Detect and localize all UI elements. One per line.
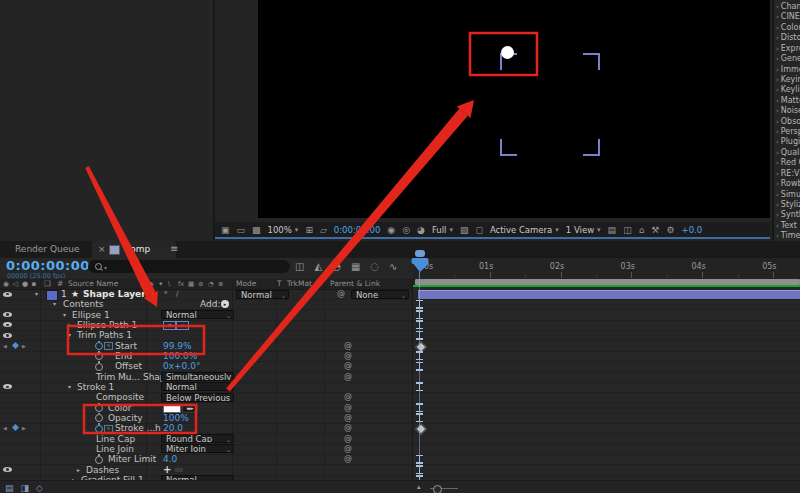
property-label-offset[interactable]: Offset <box>115 361 142 371</box>
property-label-line-join[interactable]: Line Join <box>96 444 134 454</box>
property-label-end[interactable]: End <box>115 351 132 361</box>
current-time-indicator-line[interactable] <box>419 258 420 489</box>
dropdown-line-cap[interactable]: Round Cap⌄ <box>161 434 234 443</box>
effects-category-item[interactable]: ›Keylight <box>776 85 800 94</box>
property-value-opacity[interactable]: 100% <box>163 413 189 423</box>
path-reverse-icon[interactable]: ↔ <box>176 321 189 330</box>
effects-category-item[interactable]: ›Generate <box>776 54 800 63</box>
property-label-dashes[interactable]: Dashes <box>86 465 119 475</box>
property-label-ellipse-path-1[interactable]: Ellipse Path 1 <box>77 320 137 330</box>
zoom-out-mountain-icon[interactable]: ▴ <box>417 483 421 491</box>
property-label-miter-limit[interactable]: Miter Limit <box>108 454 156 464</box>
property-label-opacity[interactable]: Opacity <box>108 413 143 423</box>
visibility-eye-icon[interactable] <box>3 292 12 297</box>
effects-category-item[interactable]: ›Immersive Video <box>776 65 800 74</box>
multi-view-icon[interactable]: ▣ <box>221 225 230 235</box>
chevron-right-icon[interactable]: › <box>776 13 779 21</box>
chevron-right-icon[interactable]: › <box>776 170 779 178</box>
expander-icon[interactable]: ▾ <box>53 299 56 309</box>
chevron-right-icon[interactable]: › <box>776 232 779 240</box>
dropdown-ellipse-1[interactable]: Normal⌄ <box>161 310 234 319</box>
property-label-stroke-width[interactable]: Stroke ...h <box>115 423 161 433</box>
stopwatch-icon[interactable] <box>95 414 103 422</box>
expand-switches-icon[interactable]: ▤ <box>5 483 14 493</box>
color-swatch[interactable] <box>163 404 181 413</box>
property-pickwhip-icon[interactable]: @ <box>344 372 352 382</box>
stopwatch-icon[interactable] <box>95 352 103 360</box>
layer-switch-icon[interactable]: ∞ <box>152 289 158 299</box>
composition-canvas[interactable] <box>258 0 770 218</box>
effects-category-item[interactable]: ›Color Correction <box>776 23 800 32</box>
expander-icon[interactable]: ▾ <box>68 382 71 392</box>
effects-category-item[interactable]: ›Rowbyte <box>776 179 800 188</box>
dropdown-line-join[interactable]: Miter Join⌄ <box>161 444 234 453</box>
property-value-offset[interactable]: 0x+0.0° <box>163 361 200 371</box>
effects-category-item[interactable]: ›Distort <box>776 33 800 42</box>
property-label-composite[interactable]: Composite <box>96 392 144 402</box>
previous-keyframe-icon[interactable]: ◀ <box>3 341 7 351</box>
property-value-end[interactable]: 100.0% <box>163 351 197 361</box>
dropdown-stroke-1[interactable]: Normal⌄ <box>161 382 234 391</box>
multi-frame-icon[interactable]: ◫ <box>623 225 632 235</box>
property-pickwhip-icon[interactable]: @ <box>344 413 352 423</box>
exposure-value[interactable]: +0.0 <box>682 225 703 235</box>
color-picker-icon[interactable]: ▬▸ <box>182 404 198 413</box>
chevron-right-icon[interactable]: › <box>776 3 779 11</box>
property-label-contents[interactable]: Contents <box>63 299 103 309</box>
expand-transfer-icon[interactable]: ◨ <box>21 483 30 493</box>
chevron-right-icon[interactable]: › <box>776 107 779 115</box>
chevron-right-icon[interactable]: › <box>776 45 779 53</box>
previous-keyframe-icon[interactable]: ◀ <box>3 423 7 433</box>
dropdown-composite[interactable]: Below Previous in Sa⌄ <box>161 393 234 402</box>
effects-category-item[interactable]: ›Synthetic Aperture <box>776 210 800 219</box>
dropdown-trim-multiple-shapes[interactable]: Simultaneously⌄ <box>161 372 234 381</box>
exposure-gear-icon[interactable]: ⚙ <box>666 225 674 235</box>
expander-icon[interactable]: ▾ <box>63 310 66 320</box>
flowchart-icon[interactable]: ⚒ <box>651 225 659 235</box>
chevron-right-icon[interactable]: › <box>776 24 779 32</box>
effects-category-item[interactable]: ›Channel <box>776 2 800 11</box>
expander-icon[interactable]: ▾ <box>68 330 71 340</box>
effects-category-item[interactable]: ›Noise & Grain <box>776 106 800 115</box>
transparency-grid-icon[interactable]: ▨ <box>460 225 469 235</box>
property-value-start[interactable]: 99.9% <box>163 341 192 351</box>
chevron-right-icon[interactable]: › <box>776 149 779 157</box>
add-property-button[interactable]: ▸ <box>221 300 229 308</box>
property-pickwhip-icon[interactable]: @ <box>344 444 352 454</box>
expand-inout-icon[interactable]: ◇ <box>36 483 43 493</box>
property-pickwhip-icon[interactable]: @ <box>344 454 352 464</box>
viewer-timecode[interactable]: 0:00:00:00 <box>334 225 380 235</box>
expander-icon[interactable]: ▾ <box>35 289 38 299</box>
timeline-zoom-slider-knob[interactable] <box>433 485 442 493</box>
property-pickwhip-icon[interactable]: @ <box>344 392 352 402</box>
effects-category-item[interactable]: ›CINEMA 4D <box>776 12 800 21</box>
show-snapshot-icon[interactable]: ◎ <box>402 225 410 235</box>
add-keyframe-icon[interactable] <box>12 424 19 431</box>
expander-icon[interactable]: ▸ <box>68 320 71 330</box>
camera-view-dropdown[interactable]: Active Camera▾ <box>490 225 559 235</box>
chevron-right-icon[interactable]: › <box>776 211 779 219</box>
layer-switch-icon[interactable]: * <box>164 289 168 299</box>
graph-toggle-icon[interactable]: ∿ <box>104 342 113 350</box>
view-layout-dropdown[interactable]: 1 View▾ <box>566 225 601 235</box>
property-pickwhip-icon[interactable]: @ <box>344 423 352 433</box>
layer-switch-icon[interactable]: / <box>176 289 178 299</box>
effects-category-item[interactable]: ›Quality <box>776 148 800 157</box>
layer-mode-dropdown[interactable]: Normal⌄ <box>236 290 289 299</box>
property-pickwhip-icon[interactable]: @ <box>344 403 352 413</box>
property-pickwhip-icon[interactable]: @ <box>344 434 352 444</box>
stopwatch-icon[interactable] <box>95 425 103 433</box>
stopwatch-icon[interactable] <box>95 404 103 412</box>
channels-icon[interactable]: ◕ <box>417 225 425 235</box>
chevron-right-icon[interactable]: › <box>776 138 779 146</box>
parent-pickwhip-icon[interactable]: @ <box>337 289 345 299</box>
stopwatch-icon[interactable] <box>95 363 103 371</box>
property-label-line-cap[interactable]: Line Cap <box>96 434 135 444</box>
stopwatch-icon[interactable] <box>95 456 103 464</box>
region-of-interest-icon[interactable]: ▱ <box>320 225 327 235</box>
property-label-start[interactable]: Start <box>115 341 137 351</box>
chevron-right-icon[interactable]: › <box>776 222 779 230</box>
magnification-dropdown[interactable]: 100%▾ <box>268 225 299 235</box>
chevron-right-icon[interactable]: › <box>776 97 779 105</box>
effects-category-item[interactable]: ›Plugins <box>776 137 800 146</box>
